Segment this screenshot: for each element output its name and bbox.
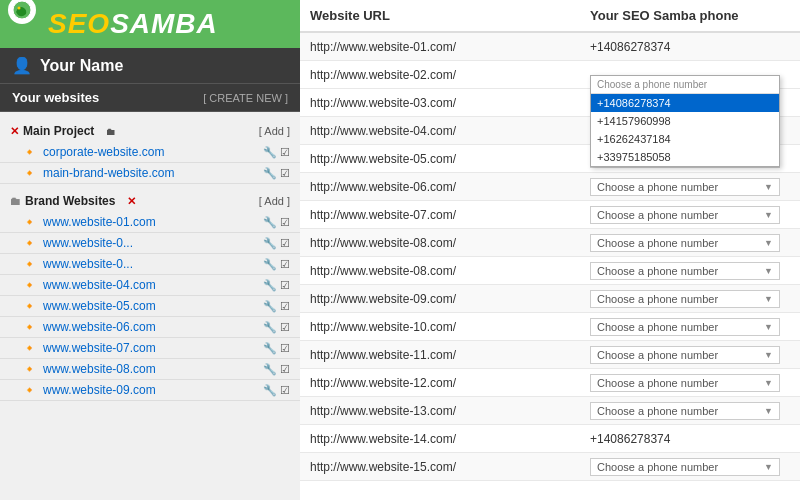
add-main-project-button[interactable]: [ Add ] bbox=[259, 125, 290, 137]
phone-dropdown-button[interactable]: Choose a phone number bbox=[590, 374, 780, 392]
site-icons: 🔧 ☑ bbox=[263, 167, 290, 180]
wrench-icon[interactable]: 🔧 bbox=[263, 237, 277, 250]
site-link[interactable]: www.website-01.com bbox=[43, 215, 259, 229]
check-icon[interactable]: ☑ bbox=[280, 258, 290, 271]
site-link[interactable]: corporate-website.com bbox=[43, 145, 259, 159]
phone-dropdown-open[interactable]: Choose a phone number +14086278374 +1415… bbox=[590, 75, 780, 167]
check-icon[interactable]: ☑ bbox=[280, 384, 290, 397]
your-websites-title: Your websites bbox=[12, 90, 99, 105]
row-phone-area[interactable]: Choose a phone number bbox=[590, 318, 790, 336]
list-item: 🔸 www.website-0... 🔧 ☑ bbox=[0, 233, 300, 254]
wrench-icon[interactable]: 🔧 bbox=[263, 300, 277, 313]
site-link[interactable]: main-brand-website.com bbox=[43, 166, 259, 180]
phone-dropdown-button[interactable]: Choose a phone number bbox=[590, 346, 780, 364]
list-item: 🔸 www.website-04.com 🔧 ☑ Click here to a… bbox=[0, 275, 300, 296]
site-link[interactable]: www.website-09.com bbox=[43, 383, 259, 397]
row-phone-area[interactable]: Choose a phone number bbox=[590, 178, 790, 196]
row-url: http://www.website-10.com/ bbox=[310, 320, 590, 334]
row-url: http://www.website-09.com/ bbox=[310, 292, 590, 306]
create-new-button[interactable]: [ CREATE NEW ] bbox=[203, 92, 288, 104]
row-url: http://www.website-15.com/ bbox=[310, 460, 590, 474]
check-icon[interactable]: ☑ bbox=[280, 279, 290, 292]
wrench-icon[interactable]: 🔧 bbox=[263, 279, 277, 292]
check-icon[interactable]: ☑ bbox=[280, 300, 290, 313]
row-url: http://www.website-08.com/ bbox=[310, 236, 590, 250]
row-phone-area: +14086278374 bbox=[590, 40, 790, 54]
phone-dropdown-button[interactable]: Choose a phone number bbox=[590, 458, 780, 476]
add-brand-project-button[interactable]: [ Add ] bbox=[259, 195, 290, 207]
row-url: http://www.website-14.com/ bbox=[310, 432, 590, 446]
site-link[interactable]: www.website-0... bbox=[43, 236, 259, 250]
site-bullet: 🔸 bbox=[22, 341, 37, 355]
site-link[interactable]: www.website-06.com bbox=[43, 320, 259, 334]
site-bullet: 🔸 bbox=[22, 320, 37, 334]
site-link[interactable]: www.website-05.com bbox=[43, 299, 259, 313]
check-icon[interactable]: ☑ bbox=[280, 146, 290, 159]
wrench-icon[interactable]: 🔧 bbox=[263, 258, 277, 271]
phone-dropdown-button[interactable]: Choose a phone number bbox=[590, 318, 780, 336]
check-icon[interactable]: ☑ bbox=[280, 237, 290, 250]
site-icons: 🔧 ☑ bbox=[263, 146, 290, 159]
phone-dropdown-button[interactable]: Choose a phone number bbox=[590, 402, 780, 420]
check-icon[interactable]: ☑ bbox=[280, 321, 290, 334]
row-phone-area[interactable]: Choose a phone number bbox=[590, 262, 790, 280]
col-phone-header: Your SEO Samba phone bbox=[590, 8, 790, 23]
phone-dropdown-button[interactable]: Choose a phone number bbox=[590, 290, 780, 308]
site-link[interactable]: www.website-04.com bbox=[43, 278, 259, 292]
site-bullet: 🔸 bbox=[22, 278, 37, 292]
table-row: http://www.website-10.com/Choose a phone… bbox=[300, 313, 800, 341]
row-phone-area[interactable]: Choose a phone number bbox=[590, 458, 790, 476]
site-bullet: 🔸 bbox=[22, 299, 37, 313]
site-bullet: 🔸 bbox=[22, 215, 37, 229]
row-phone-area[interactable]: Choose a phone number bbox=[590, 290, 790, 308]
site-link[interactable]: www.website-07.com bbox=[43, 341, 259, 355]
check-icon[interactable]: ☑ bbox=[280, 167, 290, 180]
check-icon[interactable]: ☑ bbox=[280, 342, 290, 355]
logo-text: SEOSAMBA bbox=[48, 10, 288, 38]
row-url: http://www.website-07.com/ bbox=[310, 208, 590, 222]
dropdown-option[interactable]: +33975185058 bbox=[591, 148, 779, 166]
dropdown-option[interactable]: +16262437184 bbox=[591, 130, 779, 148]
wrench-icon[interactable]: 🔧 bbox=[263, 167, 277, 180]
wrench-icon[interactable]: 🔧 bbox=[263, 363, 277, 376]
row-phone-area[interactable]: Choose a phone number bbox=[590, 374, 790, 392]
col-url-header: Website URL bbox=[310, 8, 590, 23]
list-item: 🔸 www.website-09.com 🔧 ☑ bbox=[0, 380, 300, 401]
site-bullet: 🔸 bbox=[22, 166, 37, 180]
close-icon[interactable]: ✕ bbox=[127, 195, 136, 208]
site-link[interactable]: www.website-0... bbox=[43, 257, 259, 271]
table-row: http://www.website-02.com/ Choose a phon… bbox=[300, 61, 800, 89]
phone-dropdown-button[interactable]: Choose a phone number bbox=[590, 178, 780, 196]
row-phone-area[interactable]: Choose a phone number bbox=[590, 234, 790, 252]
table-row: http://www.website-12.com/Choose a phone… bbox=[300, 369, 800, 397]
row-phone-area[interactable]: Choose a phone number bbox=[590, 346, 790, 364]
row-url: http://www.website-01.com/ bbox=[310, 40, 590, 54]
dropdown-option[interactable]: +14157960998 bbox=[591, 112, 779, 130]
row-url: http://www.website-04.com/ bbox=[310, 124, 590, 138]
wrench-icon[interactable]: 🔧 bbox=[263, 384, 277, 397]
dropdown-option[interactable]: +14086278374 bbox=[591, 94, 779, 112]
row-phone-area[interactable]: +14086278374 bbox=[590, 432, 790, 446]
phone-dropdown-button[interactable]: Choose a phone number bbox=[590, 234, 780, 252]
row-phone-area[interactable]: Choose a phone number bbox=[590, 206, 790, 224]
phone-dropdown-button[interactable]: Choose a phone number bbox=[590, 206, 780, 224]
folder-icon: 🖿 bbox=[10, 195, 21, 207]
site-icons: 🔧 ☑ bbox=[263, 216, 290, 229]
logo-icon bbox=[8, 0, 36, 24]
list-item: 🔸 corporate-website.com 🔧 ☑ bbox=[0, 142, 300, 163]
wrench-icon[interactable]: 🔧 bbox=[263, 146, 277, 159]
check-icon[interactable]: ☑ bbox=[280, 363, 290, 376]
site-link[interactable]: www.website-08.com bbox=[43, 362, 259, 376]
wrench-icon[interactable]: 🔧 bbox=[263, 342, 277, 355]
phone-dropdown-button[interactable]: Choose a phone number bbox=[590, 262, 780, 280]
site-bullet: 🔸 bbox=[22, 236, 37, 250]
wrench-icon[interactable]: 🔧 bbox=[263, 216, 277, 229]
user-area: 👤 Your Name bbox=[0, 48, 300, 84]
table-row: http://www.website-08.com/Choose a phone… bbox=[300, 229, 800, 257]
row-phone-area[interactable]: Choose a phone number bbox=[590, 402, 790, 420]
site-icons: 🔧 ☑ bbox=[263, 342, 290, 355]
check-icon[interactable]: ☑ bbox=[280, 216, 290, 229]
user-icon: 👤 bbox=[12, 56, 32, 75]
wrench-icon[interactable]: 🔧 bbox=[263, 321, 277, 334]
site-icons: 🔧 ☑ bbox=[263, 279, 290, 292]
